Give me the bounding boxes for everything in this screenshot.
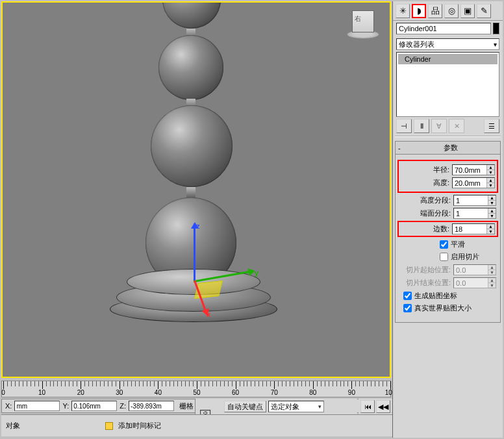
ruler-tick-label: 40 [155,389,162,396]
modifier-stack[interactable]: Cylinder [396,52,499,117]
timeline-ruler[interactable]: 0102030405060708090100 [1,381,391,397]
object-color-swatch[interactable] [493,23,499,34]
real-world-checkbox[interactable] [403,304,412,312]
smooth-label: 平滑 [451,240,465,249]
stack-toolbar: ⊣ Ⅱ ∀ ⨯ ☰ [396,119,499,133]
rollout-collapse-icon: - [398,144,401,152]
heightsegs-spinner[interactable]: ▲▼ [453,195,496,206]
capsegs-label: 端面分段: [416,208,451,218]
height-label: 高度: [414,178,449,188]
heightsegs-down[interactable]: ▼ [488,201,496,205]
height-input[interactable] [453,178,486,188]
viewport-canvas[interactable]: 右 z y x [3,3,390,377]
radius-input[interactable] [453,165,486,175]
sides-spinner[interactable]: ▲▼ [452,223,495,234]
display-tab-icon[interactable]: ▣ [460,4,475,18]
prev-frame-button[interactable]: ◀◀ [376,400,390,413]
ruler-tick-label: 80 [309,389,316,396]
slice-on-label: 启用切片 [451,252,479,262]
capsegs-up[interactable]: ▲ [488,208,496,214]
parameters-rollout: - 参数 半径: ▲▼ 高度: ▲▼ [395,141,501,323]
sides-up[interactable]: ▲ [487,224,494,229]
viewport[interactable]: 右 z y x [1,1,391,378]
object-label: 对象 [4,420,22,431]
remove-modifier-button: ⨯ [449,119,464,133]
selection-set-label: 选定对象 [271,402,299,412]
auto-key-button[interactable]: 自动关键点 [224,401,266,412]
slice-from-input [454,265,488,275]
capsegs-input[interactable] [454,208,488,218]
model-sphere [162,3,221,29]
sides-down[interactable]: ▼ [487,229,494,234]
sides-input[interactable] [453,224,486,234]
slice-from-label: 切片起始位置: [401,265,451,275]
viewcube-face: 右 [355,14,361,23]
radius-down[interactable]: ▼ [487,170,494,175]
selection-set-combo[interactable]: 选定对象 [268,401,324,412]
model-sphere [158,35,223,100]
ruler-tick-label: 60 [232,389,239,396]
model-sphere [151,105,233,187]
coord-y-label: Y: [61,402,70,410]
time-tag-swatch[interactable] [105,422,113,430]
height-up[interactable]: ▲ [487,178,494,183]
radius-spinner[interactable]: ▲▼ [452,164,495,175]
real-world-label: 真实世界贴图大小 [414,303,472,313]
ruler-tick-label: 0 [1,389,5,396]
slice-to-spinner: ▲▼ [453,277,496,288]
ruler-tick-label: 70 [271,389,278,396]
make-unique-button: ∀ [431,119,447,133]
stack-item-cylinder[interactable]: Cylinder [398,54,498,64]
coord-x-label: X: [4,402,13,410]
modify-tab-icon[interactable]: ◗ [412,4,426,18]
modifier-list-dropdown[interactable]: 修改器列表 [396,38,499,50]
coord-z-label: Z: [118,402,127,410]
utilities-tab-icon[interactable]: ✎ [477,4,491,18]
add-time-tag-button[interactable]: 添加时间标记 [116,420,164,432]
capsegs-down[interactable]: ▼ [488,214,496,218]
motion-tab-icon[interactable]: ◎ [444,4,459,18]
show-end-result-button[interactable]: Ⅱ [414,119,429,133]
modifier-list-label: 修改器列表 [399,40,435,49]
slice-from-spinner: ▲▼ [453,264,496,275]
smooth-checkbox[interactable] [440,240,448,249]
capsegs-spinner[interactable]: ▲▼ [453,208,496,219]
slice-to-input [454,278,488,288]
command-panel-tabs: ✳ ◗ 品 ◎ ▣ ✎ [393,1,503,21]
goto-start-button[interactable]: ⏮ [360,400,375,413]
coord-z-input[interactable] [129,401,174,411]
ruler-tick-label: 50 [193,389,200,396]
heightsegs-up[interactable]: ▲ [488,195,496,201]
radius-label: 半径: [414,165,449,175]
gen-uv-checkbox[interactable] [403,292,412,300]
configure-sets-button[interactable]: ☰ [484,119,499,133]
ruler-tick-label: 20 [77,389,84,396]
rollout-title: 参数 [405,143,498,153]
coord-y-input[interactable] [71,401,117,411]
ruler-tick-label: 10 [38,389,45,396]
pin-stack-button[interactable]: ⊣ [396,119,412,133]
sides-label: 边数: [414,224,449,234]
radius-up[interactable]: ▲ [487,165,494,170]
height-down[interactable]: ▼ [487,183,494,188]
command-panel: ✳ ◗ 品 ◎ ▣ ✎ 修改器列表 Cylinder ⊣ Ⅱ ∀ ⨯ ☰ - 参… [392,1,503,438]
hierarchy-tab-icon[interactable]: 品 [428,4,442,18]
coord-x-input[interactable] [14,401,60,411]
model-pedestal [110,269,277,321]
viewcube[interactable]: 右 [347,8,379,40]
gen-uv-label: 生成贴图坐标 [414,291,457,301]
heightsegs-label: 高度分段: [416,195,451,205]
slice-to-label: 切片结束位置: [401,278,451,288]
ruler-tick-label: 90 [348,389,355,396]
create-tab-icon[interactable]: ✳ [396,4,410,18]
heightsegs-input[interactable] [454,195,488,205]
object-name-input[interactable] [396,23,491,34]
ruler-tick-label: 30 [116,389,123,396]
rollout-header[interactable]: - 参数 [396,142,500,155]
height-spinner[interactable]: ▲▼ [452,177,495,188]
slice-on-checkbox[interactable] [440,253,448,261]
